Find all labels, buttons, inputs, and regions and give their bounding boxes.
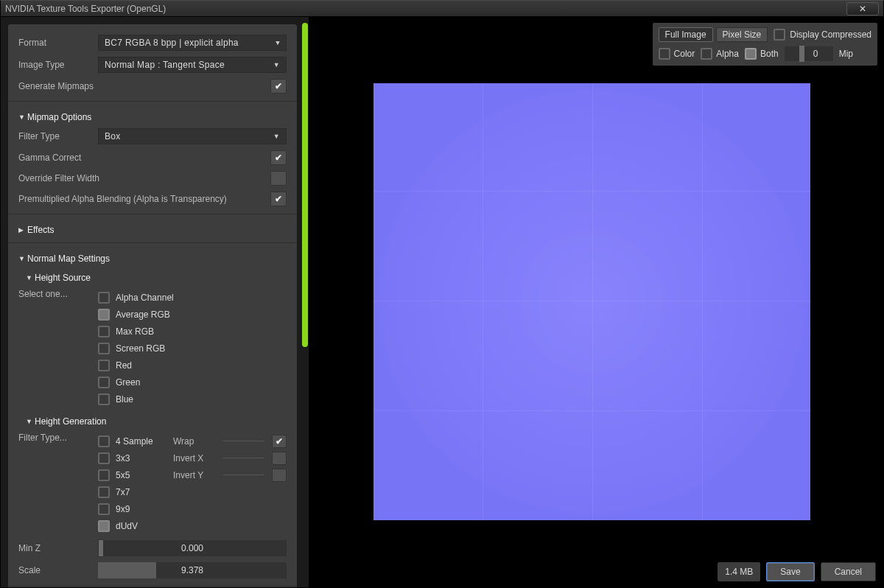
filesize-display: 1.4 MB <box>718 562 760 581</box>
height-gen-filter[interactable]: 3x3 <box>98 449 173 466</box>
channel-alpha[interactable]: Alpha <box>701 48 739 60</box>
checkbox-icon <box>98 452 110 464</box>
sidebar-scrollbar-thumb[interactable] <box>302 23 308 347</box>
height-gen-filter[interactable]: dUdV <box>98 517 173 534</box>
format-label: Format <box>18 38 98 48</box>
generate-mipmaps-checkbox[interactable] <box>270 79 287 94</box>
height-gen-filter[interactable]: 7x7 <box>98 483 173 500</box>
checkbox-icon <box>98 520 110 532</box>
format-dropdown[interactable]: BC7 RGBA 8 bpp | explicit alpha <box>98 35 287 51</box>
checkbox-icon <box>98 503 110 515</box>
checkbox-icon <box>701 48 712 60</box>
checkbox-icon <box>98 309 110 321</box>
height-source-option[interactable]: Blue <box>98 391 287 407</box>
premult-alpha-checkbox[interactable] <box>270 192 287 206</box>
filter-type-dropdown[interactable]: Box <box>98 128 287 144</box>
effects-header[interactable]: ▶ Effects <box>8 219 297 238</box>
wrap-row: Wrap <box>173 433 287 449</box>
height-generation-header[interactable]: ▼ Height Generation <box>8 410 297 430</box>
height-gen-filters: 4 Sample 3x3 5x5 7x7 9x9 dUdV <box>98 433 173 534</box>
display-compressed-row: Display Compressed <box>774 29 871 41</box>
chevron-down-icon: ▼ <box>18 255 27 262</box>
height-source-option[interactable]: Average RGB <box>98 306 287 323</box>
invert-x-row: Invert X <box>173 449 287 466</box>
full-image-toggle[interactable]: Full Image <box>659 27 713 42</box>
height-gen-filter[interactable]: 5x5 <box>98 466 173 483</box>
settings-sidebar: Format BC7 RGBA 8 bpp | explicit alpha I… <box>1 17 309 587</box>
override-filter-width-checkbox[interactable] <box>270 171 287 186</box>
channel-both[interactable]: Both <box>745 48 779 60</box>
close-button[interactable]: ✕ <box>846 2 879 15</box>
scale-slider[interactable]: 9.378 <box>98 562 287 578</box>
checkbox-icon <box>98 393 110 405</box>
filter-type-row: Filter Type Box <box>8 125 297 147</box>
mip-label: Mip <box>839 49 853 59</box>
chevron-down-icon: ▼ <box>18 113 27 121</box>
height-gen-filter[interactable]: 4 Sample <box>98 433 173 449</box>
chevron-down-icon: ▼ <box>26 274 35 281</box>
checkbox-icon <box>98 360 110 371</box>
texture-preview[interactable] <box>373 83 810 520</box>
min-z-slider[interactable]: 0.000 <box>98 540 287 556</box>
height-gen-prompt: Filter Type... <box>18 433 98 534</box>
close-icon: ✕ <box>859 4 866 13</box>
checkbox-icon <box>745 48 757 60</box>
bottom-bar: 1.4 MB Save Cancel <box>718 562 876 581</box>
preview-pane: Full Image Pixel Size Display Compressed… <box>309 17 883 587</box>
height-source-option[interactable]: Alpha Channel <box>98 289 287 306</box>
height-gen-filter[interactable]: 9x9 <box>98 500 173 517</box>
format-row: Format BC7 RGBA 8 bpp | explicit alpha <box>8 32 297 54</box>
override-filter-width-row: Override Filter Width <box>8 168 297 189</box>
height-source-option[interactable]: Green <box>98 374 287 391</box>
checkbox-icon <box>98 326 110 337</box>
height-gen-flags: Wrap Invert X Invert Y <box>173 433 287 534</box>
filter-type-label: Filter Type <box>18 131 98 141</box>
checkbox-icon <box>98 292 110 304</box>
mipmap-options-header[interactable]: ▼ Mipmap Options <box>8 106 297 125</box>
invert-y-checkbox[interactable] <box>272 469 287 482</box>
channel-color[interactable]: Color <box>659 48 695 60</box>
image-type-dropdown[interactable]: Normal Map : Tangent Space <box>98 57 287 73</box>
titlebar[interactable]: NVIDIA Texture Tools Exporter (OpenGL) ✕ <box>1 1 883 17</box>
gamma-correct-row: Gamma Correct <box>8 147 297 168</box>
image-type-row: Image Type Normal Map : Tangent Space <box>8 54 297 76</box>
height-source-option[interactable]: Max RGB <box>98 323 287 340</box>
chevron-down-icon: ▼ <box>26 418 35 425</box>
gamma-correct-checkbox[interactable] <box>270 150 287 165</box>
height-source-list: Alpha Channel Average RGB Max RGB Screen… <box>98 289 287 407</box>
checkbox-icon <box>659 48 670 60</box>
pixel-size-toggle[interactable]: Pixel Size <box>716 27 768 42</box>
invert-x-checkbox[interactable] <box>272 452 287 465</box>
chevron-right-icon: ▶ <box>18 226 27 234</box>
sidebar-scrollbar-track[interactable] <box>301 17 309 587</box>
checkbox-icon <box>98 469 110 481</box>
view-toolbar: Full Image Pixel Size Display Compressed… <box>653 23 877 66</box>
window-title: NVIDIA Texture Tools Exporter (OpenGL) <box>5 4 166 14</box>
premult-alpha-row: Premultiplied Alpha Blending (Alpha is T… <box>8 189 297 209</box>
wrap-checkbox[interactable] <box>272 435 287 448</box>
checkbox-icon <box>98 486 110 498</box>
cancel-button[interactable]: Cancel <box>821 562 876 581</box>
checkbox-icon <box>98 343 110 354</box>
scale-row: Scale 9.378 <box>8 559 297 581</box>
invert-y-row: Invert Y <box>173 466 287 483</box>
generate-mipmaps-row: Generate Mipmaps <box>8 76 297 97</box>
height-source-option[interactable]: Red <box>98 357 287 374</box>
mip-level-slider[interactable]: 0 <box>785 46 833 61</box>
save-button[interactable]: Save <box>766 562 814 581</box>
display-compressed-checkbox[interactable] <box>774 29 785 41</box>
checkbox-icon <box>98 435 110 447</box>
app-window: NVIDIA Texture Tools Exporter (OpenGL) ✕… <box>0 0 884 588</box>
normal-map-header[interactable]: ▼ Normal Map Settings <box>8 248 297 267</box>
height-source-header[interactable]: ▼ Height Source <box>8 267 297 286</box>
height-source-prompt: Select one... <box>18 289 98 407</box>
checkbox-icon <box>98 377 110 388</box>
image-type-label: Image Type <box>18 60 98 70</box>
min-z-row: Min Z 0.000 <box>8 537 297 559</box>
generate-mipmaps-label: Generate Mipmaps <box>18 81 270 91</box>
height-source-option[interactable]: Screen RGB <box>98 340 287 357</box>
